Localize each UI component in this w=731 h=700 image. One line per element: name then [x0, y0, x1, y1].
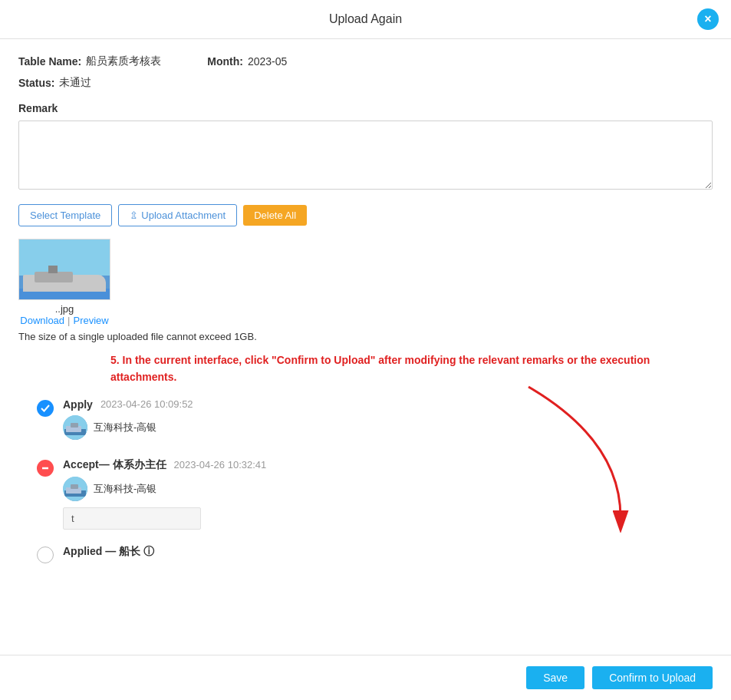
timeline-content-3: Applied — 船长 ⓘ: [63, 545, 713, 563]
close-icon: ×: [704, 12, 711, 26]
close-button[interactable]: ×: [697, 8, 719, 30]
ship-image: [19, 239, 110, 299]
check-icon: [41, 404, 50, 412]
download-button[interactable]: Download: [20, 315, 64, 326]
timeline-time-2: 2023-04-26 10:32:41: [174, 459, 267, 471]
modal-header: Upload Again ×: [0, 0, 731, 39]
attachment-name: ..jpg: [55, 303, 74, 315]
minus-icon: [41, 464, 50, 473]
remark-label: Remark: [18, 102, 713, 114]
timeline-content-2: Accept— 体系办主任 2023-04-26 10:32:41: [63, 458, 713, 530]
timeline-item-2: Accept— 体系办主任 2023-04-26 10:32:41: [37, 458, 713, 530]
attachment-actions: Download | Preview: [20, 315, 108, 326]
timeline-time-1: 2023-04-26 10:09:52: [100, 398, 193, 410]
upload-attachment-button[interactable]: ⇫ Upload Attachment: [118, 204, 237, 226]
month-label: Month:: [207, 55, 243, 68]
svg-rect-3: [71, 423, 78, 428]
timeline-step-1: Apply: [63, 398, 93, 411]
modal-title: Upload Again: [329, 12, 402, 26]
upload-icon: ⇫: [130, 210, 138, 221]
timeline-item: Apply 2023-04-26 10:09:52 互海科技: [37, 398, 713, 443]
timeline-step-3: Applied — 船长 ⓘ: [63, 545, 154, 559]
guide-text: 5. In the current interface, click "Conf…: [18, 352, 713, 386]
month-value: 2023-05: [248, 55, 287, 68]
modal-footer: Save Confirm to Upload: [0, 655, 731, 700]
ship-cabin-decoration: [35, 272, 73, 282]
timeline: Apply 2023-04-26 10:09:52 互海科技: [18, 398, 713, 563]
select-template-button[interactable]: Select Template: [18, 204, 112, 226]
timeline-header-1: Apply 2023-04-26 10:09:52: [63, 398, 713, 411]
timeline-header-2: Accept— 体系办主任 2023-04-26 10:32:41: [63, 458, 713, 472]
status-label: Status:: [18, 77, 54, 89]
timeline-icon-success: [37, 400, 54, 417]
timeline-icon-pending: [37, 546, 54, 563]
save-button[interactable]: Save: [526, 666, 584, 689]
attachment-thumbnail: [18, 239, 110, 300]
info-row: Table Name: 船员素质考核表 Month: 2023-05: [18, 54, 713, 68]
modal-body: Table Name: 船员素质考核表 Month: 2023-05 Statu…: [0, 39, 731, 655]
timeline-icon-error: [37, 460, 54, 477]
delete-all-button[interactable]: Delete All: [243, 205, 307, 226]
timeline-user-row-2: 互海科技-高银: [63, 477, 713, 501]
confirm-upload-button[interactable]: Confirm to Upload: [592, 666, 713, 689]
table-name-group: Table Name: 船员素质考核表: [18, 54, 161, 68]
user-avatar-2: [63, 477, 87, 501]
attachment-item: ..jpg Download | Preview: [18, 239, 110, 326]
month-group: Month: 2023-05: [207, 55, 287, 68]
svg-rect-8: [71, 484, 78, 489]
timeline-step-2: Accept— 体系办主任: [63, 458, 166, 472]
status-value: 未通过: [59, 76, 91, 90]
user-name-1: 互海科技-高银: [94, 421, 156, 434]
preview-button[interactable]: Preview: [73, 315, 108, 326]
action-buttons-row: Select Template ⇫ Upload Attachment Dele…: [18, 204, 713, 226]
table-name-label: Table Name:: [18, 55, 81, 68]
avatar-ship-icon-2: [63, 477, 87, 501]
avatar-ship-icon: [63, 415, 87, 440]
action-divider: |: [68, 315, 70, 326]
timeline-content-1: Apply 2023-04-26 10:09:52 互海科技: [63, 398, 713, 443]
user-avatar-1: [63, 415, 87, 440]
file-size-note: The size of a single uploaded file canno…: [18, 331, 713, 342]
status-row: Status: 未通过: [18, 76, 713, 90]
table-name-value: 船员素质考核表: [86, 54, 161, 68]
upload-again-modal: Upload Again × Table Name: 船员素质考核表 Month…: [0, 0, 731, 700]
timeline-item-3: Applied — 船长 ⓘ: [37, 545, 713, 563]
timeline-header-3: Applied — 船长 ⓘ: [63, 545, 713, 559]
timeline-user-row-1: 互海科技-高银: [63, 415, 713, 440]
comment-box-2: t: [63, 507, 201, 530]
ship-funnel-decoration: [48, 266, 58, 273]
user-name-2: 互海科技-高银: [94, 482, 156, 496]
remark-textarea[interactable]: [18, 121, 713, 190]
upload-attachment-label: Upload Attachment: [141, 210, 226, 221]
